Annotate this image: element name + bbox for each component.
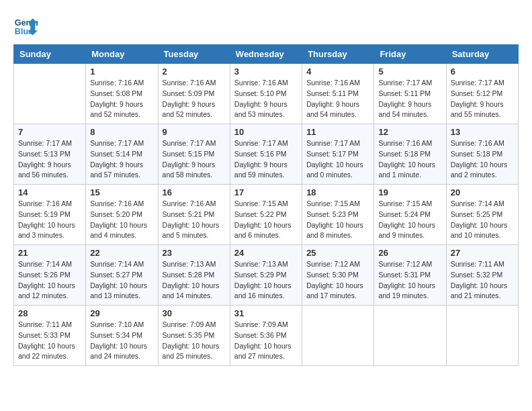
day-number: 3 <box>234 66 298 77</box>
day-cell <box>446 306 518 366</box>
week-row-5: 28Sunrise: 7:11 AMSunset: 5:33 PMDayligh… <box>14 306 519 366</box>
calendar-table: SundayMondayTuesdayWednesdayThursdayFrid… <box>13 44 519 366</box>
day-info: Sunrise: 7:17 AMSunset: 5:17 PMDaylight:… <box>306 138 369 181</box>
day-cell: 7Sunrise: 7:17 AMSunset: 5:13 PMDaylight… <box>14 124 86 185</box>
logo: General Blue <box>13 13 38 38</box>
day-number: 15 <box>90 187 153 197</box>
day-cell: 14Sunrise: 7:16 AMSunset: 5:19 PMDayligh… <box>14 185 86 245</box>
day-number: 26 <box>378 248 441 258</box>
day-number: 31 <box>234 308 298 318</box>
day-cell: 25Sunrise: 7:12 AMSunset: 5:30 PMDayligh… <box>302 245 374 306</box>
week-row-4: 21Sunrise: 7:14 AMSunset: 5:26 PMDayligh… <box>14 245 519 306</box>
day-number: 12 <box>378 127 441 137</box>
day-cell: 23Sunrise: 7:13 AMSunset: 5:28 PMDayligh… <box>158 245 230 306</box>
day-number: 5 <box>378 66 441 77</box>
day-info: Sunrise: 7:13 AMSunset: 5:29 PMDaylight:… <box>234 259 298 302</box>
day-info: Sunrise: 7:16 AMSunset: 5:08 PMDaylight:… <box>90 78 153 120</box>
day-cell: 2Sunrise: 7:16 AMSunset: 5:09 PMDaylight… <box>158 64 230 124</box>
day-cell: 11Sunrise: 7:17 AMSunset: 5:17 PMDayligh… <box>302 124 374 185</box>
day-cell: 24Sunrise: 7:13 AMSunset: 5:29 PMDayligh… <box>230 245 302 306</box>
day-cell: 5Sunrise: 7:17 AMSunset: 5:11 PMDaylight… <box>374 64 446 124</box>
page-header: General Blue <box>13 13 519 38</box>
day-number: 22 <box>90 248 153 258</box>
day-number: 6 <box>451 66 514 77</box>
day-info: Sunrise: 7:16 AMSunset: 5:09 PMDaylight:… <box>163 78 226 120</box>
day-number: 23 <box>163 248 226 258</box>
day-cell: 16Sunrise: 7:16 AMSunset: 5:21 PMDayligh… <box>158 185 230 245</box>
day-info: Sunrise: 7:13 AMSunset: 5:28 PMDaylight:… <box>163 259 226 302</box>
day-info: Sunrise: 7:15 AMSunset: 5:22 PMDaylight:… <box>234 199 298 241</box>
day-info: Sunrise: 7:16 AMSunset: 5:18 PMDaylight:… <box>378 138 441 181</box>
day-number: 29 <box>90 308 153 318</box>
day-cell: 31Sunrise: 7:09 AMSunset: 5:36 PMDayligh… <box>230 306 302 366</box>
day-info: Sunrise: 7:12 AMSunset: 5:30 PMDaylight:… <box>306 259 369 302</box>
header-row: SundayMondayTuesdayWednesdayThursdayFrid… <box>14 45 519 64</box>
day-header-sunday: Sunday <box>14 45 86 64</box>
day-number: 2 <box>163 66 226 77</box>
day-cell: 3Sunrise: 7:16 AMSunset: 5:10 PMDaylight… <box>230 64 302 124</box>
week-row-1: 1Sunrise: 7:16 AMSunset: 5:08 PMDaylight… <box>14 64 519 124</box>
day-cell: 29Sunrise: 7:10 AMSunset: 5:34 PMDayligh… <box>86 306 158 366</box>
day-header-saturday: Saturday <box>446 45 518 64</box>
day-number: 1 <box>90 66 153 77</box>
week-row-2: 7Sunrise: 7:17 AMSunset: 5:13 PMDaylight… <box>14 124 519 185</box>
day-number: 28 <box>18 308 81 318</box>
day-cell: 17Sunrise: 7:15 AMSunset: 5:22 PMDayligh… <box>230 185 302 245</box>
day-number: 7 <box>18 127 81 137</box>
day-info: Sunrise: 7:16 AMSunset: 5:11 PMDaylight:… <box>306 78 369 120</box>
day-number: 19 <box>378 187 441 197</box>
day-header-wednesday: Wednesday <box>230 45 302 64</box>
day-number: 10 <box>234 127 298 137</box>
day-number: 21 <box>18 248 81 258</box>
day-info: Sunrise: 7:16 AMSunset: 5:20 PMDaylight:… <box>90 199 153 241</box>
day-info: Sunrise: 7:09 AMSunset: 5:36 PMDaylight:… <box>234 320 298 362</box>
week-row-3: 14Sunrise: 7:16 AMSunset: 5:19 PMDayligh… <box>14 185 519 245</box>
day-number: 8 <box>90 127 153 137</box>
day-number: 18 <box>306 187 369 197</box>
day-info: Sunrise: 7:14 AMSunset: 5:25 PMDaylight:… <box>451 199 514 241</box>
day-info: Sunrise: 7:11 AMSunset: 5:33 PMDaylight:… <box>18 320 81 362</box>
day-cell: 19Sunrise: 7:15 AMSunset: 5:24 PMDayligh… <box>374 185 446 245</box>
day-cell: 28Sunrise: 7:11 AMSunset: 5:33 PMDayligh… <box>14 306 86 366</box>
day-cell: 6Sunrise: 7:17 AMSunset: 5:12 PMDaylight… <box>446 64 518 124</box>
day-info: Sunrise: 7:17 AMSunset: 5:11 PMDaylight:… <box>378 78 441 120</box>
day-number: 13 <box>451 127 514 137</box>
day-cell: 27Sunrise: 7:11 AMSunset: 5:32 PMDayligh… <box>446 245 518 306</box>
day-cell: 15Sunrise: 7:16 AMSunset: 5:20 PMDayligh… <box>86 185 158 245</box>
day-cell: 4Sunrise: 7:16 AMSunset: 5:11 PMDaylight… <box>302 64 374 124</box>
day-info: Sunrise: 7:09 AMSunset: 5:35 PMDaylight:… <box>163 320 226 362</box>
day-info: Sunrise: 7:10 AMSunset: 5:34 PMDaylight:… <box>90 320 153 362</box>
day-info: Sunrise: 7:17 AMSunset: 5:16 PMDaylight:… <box>234 138 298 181</box>
day-info: Sunrise: 7:15 AMSunset: 5:23 PMDaylight:… <box>306 199 369 241</box>
day-info: Sunrise: 7:15 AMSunset: 5:24 PMDaylight:… <box>378 199 441 241</box>
day-cell: 10Sunrise: 7:17 AMSunset: 5:16 PMDayligh… <box>230 124 302 185</box>
day-number: 25 <box>306 248 369 258</box>
day-header-monday: Monday <box>86 45 158 64</box>
day-cell: 13Sunrise: 7:16 AMSunset: 5:18 PMDayligh… <box>446 124 518 185</box>
day-info: Sunrise: 7:11 AMSunset: 5:32 PMDaylight:… <box>451 259 514 302</box>
day-info: Sunrise: 7:16 AMSunset: 5:18 PMDaylight:… <box>451 138 514 181</box>
day-number: 14 <box>18 187 81 197</box>
day-info: Sunrise: 7:17 AMSunset: 5:14 PMDaylight:… <box>90 138 153 181</box>
day-number: 16 <box>163 187 226 197</box>
day-info: Sunrise: 7:14 AMSunset: 5:26 PMDaylight:… <box>18 259 81 302</box>
day-number: 30 <box>163 308 226 318</box>
day-header-friday: Friday <box>374 45 446 64</box>
day-cell <box>374 306 446 366</box>
day-cell <box>302 306 374 366</box>
day-number: 24 <box>234 248 298 258</box>
day-cell: 30Sunrise: 7:09 AMSunset: 5:35 PMDayligh… <box>158 306 230 366</box>
day-cell: 20Sunrise: 7:14 AMSunset: 5:25 PMDayligh… <box>446 185 518 245</box>
day-cell: 8Sunrise: 7:17 AMSunset: 5:14 PMDaylight… <box>86 124 158 185</box>
day-cell <box>14 64 86 124</box>
day-cell: 1Sunrise: 7:16 AMSunset: 5:08 PMDaylight… <box>86 64 158 124</box>
day-cell: 12Sunrise: 7:16 AMSunset: 5:18 PMDayligh… <box>374 124 446 185</box>
day-number: 11 <box>306 127 369 137</box>
day-info: Sunrise: 7:16 AMSunset: 5:10 PMDaylight:… <box>234 78 298 120</box>
day-number: 20 <box>451 187 514 197</box>
day-number: 4 <box>306 66 369 77</box>
day-header-tuesday: Tuesday <box>158 45 230 64</box>
day-info: Sunrise: 7:16 AMSunset: 5:19 PMDaylight:… <box>18 199 81 241</box>
day-info: Sunrise: 7:12 AMSunset: 5:31 PMDaylight:… <box>378 259 441 302</box>
logo-icon: General Blue <box>13 13 38 38</box>
